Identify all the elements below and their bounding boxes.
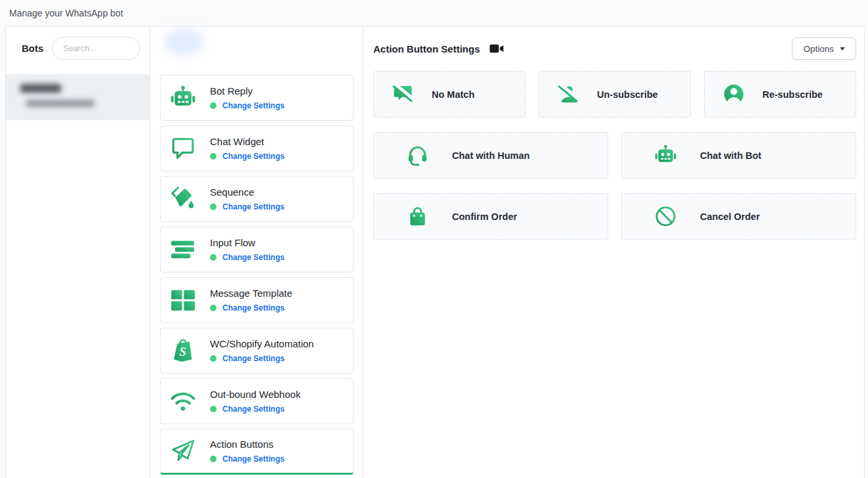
feature-card-chat-widget[interactable]: Chat Widget Change Settings [160, 125, 354, 171]
action-card-cancel-order[interactable]: Cancel Order [621, 193, 856, 240]
feature-card-action-buttons[interactable]: Action Buttons Change Settings [160, 429, 354, 475]
shopify-icon: S [170, 337, 196, 364]
bots-sidebar-header: Bots [6, 27, 150, 74]
feature-card-body: WC/Shopify Automation Change Settings [210, 339, 314, 363]
action-label: Cancel Order [700, 211, 760, 222]
change-settings-link[interactable]: Change Settings [222, 202, 285, 211]
action-row-1: No Match Un-subscribe [373, 71, 856, 118]
status-dot [210, 406, 217, 412]
user-circle-icon [723, 83, 745, 105]
action-card-re-subscribe[interactable]: Re-subscribe [704, 71, 856, 118]
status-dot [210, 456, 217, 462]
options-button-label: Options [803, 44, 834, 54]
headset-icon [407, 144, 428, 166]
main-wrapper: Bots Bot Reply [5, 26, 865, 478]
feature-title: Out-bound Webhook [210, 389, 300, 399]
wifi-icon [170, 388, 196, 414]
feature-title: Chat Widget [210, 137, 285, 146]
action-label: Re-subscribe [762, 89, 823, 100]
feature-card-input-flow[interactable]: Input Flow Change Settings [160, 227, 354, 272]
panel-title: Action Button Settings [373, 43, 480, 54]
action-card-chat-with-human[interactable]: Chat with Human [373, 132, 608, 179]
grid-icon [170, 287, 196, 313]
action-label: Chat with Human [452, 150, 529, 161]
bots-heading: Bots [22, 43, 43, 54]
action-button-settings-panel: Action Button Settings Options [363, 27, 866, 478]
feature-card-bot-reply[interactable]: Bot Reply Change Settings [160, 75, 354, 121]
robot-icon [655, 144, 676, 166]
feature-title: Bot Reply [210, 86, 285, 96]
change-settings-link[interactable]: Change Settings [222, 253, 285, 262]
bars-icon [170, 236, 196, 263]
feature-title: WC/Shopify Automation [210, 339, 314, 349]
shopping-bag-icon [407, 206, 428, 227]
change-settings-link[interactable]: Change Settings [222, 354, 285, 363]
change-settings-link[interactable]: Change Settings [222, 404, 285, 414]
status-dot [210, 204, 217, 210]
status-dot [210, 102, 217, 109]
bots-sidebar: Bots [6, 27, 150, 478]
feature-title: Input Flow [210, 238, 285, 248]
action-card-un-subscribe[interactable]: Un-subscribe [539, 71, 691, 118]
action-label: Confirm Order [452, 211, 517, 222]
user-slash-icon [558, 83, 579, 105]
feature-card-outbound-webhook[interactable]: Out-bound Webhook Change Settings [160, 378, 354, 424]
status-dot [210, 305, 217, 311]
action-label: Chat with Bot [700, 150, 761, 161]
bot-phone-redacted [26, 100, 94, 107]
bot-list-item-selected[interactable] [6, 74, 150, 120]
bot-name-redacted [20, 84, 61, 93]
feature-card-body: Bot Reply Change Settings [210, 86, 285, 110]
action-row-3: Confirm Order Cancel Order [373, 193, 856, 240]
paper-plane-icon [170, 438, 196, 464]
fill-drip-icon [170, 186, 196, 212]
feature-card-body: Input Flow Change Settings [210, 238, 285, 262]
feature-card-body: Chat Widget Change Settings [210, 137, 285, 161]
svg-text:S: S [179, 345, 186, 358]
change-settings-link[interactable]: Change Settings [222, 454, 285, 464]
action-card-confirm-order[interactable]: Confirm Order [373, 193, 608, 240]
feature-title: Sequence [210, 187, 285, 197]
feature-card-body: Action Buttons Change Settings [210, 439, 285, 464]
status-dot [210, 153, 217, 160]
video-camera-icon[interactable] [489, 43, 504, 54]
action-card-no-match[interactable]: No Match [373, 71, 526, 118]
comment-slash-icon [392, 83, 414, 105]
feature-card-body: Sequence Change Settings [210, 187, 285, 211]
feature-title: Message Template [210, 288, 293, 298]
page-title: Manage your WhatsApp bot [9, 8, 123, 18]
chat-bubble-icon [170, 135, 196, 162]
redacted-blob [165, 29, 203, 55]
options-button[interactable]: Options [792, 37, 856, 60]
change-settings-link[interactable]: Change Settings [222, 152, 285, 161]
feature-card-message-template[interactable]: Message Template Change Settings [160, 277, 354, 323]
status-dot [210, 254, 217, 261]
feature-title: Action Buttons [210, 439, 285, 449]
feature-card-body: Out-bound Webhook Change Settings [210, 389, 300, 414]
status-dot [210, 355, 217, 362]
feature-card-shopify-automation[interactable]: S WC/Shopify Automation Change Settings [160, 328, 354, 374]
bots-search-input[interactable] [52, 37, 140, 60]
change-settings-link[interactable]: Change Settings [222, 101, 285, 110]
feature-card-body: Message Template Change Settings [210, 288, 293, 313]
robot-icon [170, 85, 196, 111]
topbar: Manage your WhatsApp bot [0, 0, 868, 26]
feature-card-sequence[interactable]: Sequence Change Settings [160, 176, 354, 222]
caret-down-icon [840, 47, 845, 51]
action-label: Un-subscribe [597, 89, 658, 100]
ban-icon [655, 206, 676, 227]
change-settings-link[interactable]: Change Settings [222, 303, 285, 313]
action-row-2: Chat with Human Chat with Bot [373, 132, 856, 179]
action-label: No Match [432, 89, 474, 100]
action-card-chat-with-bot[interactable]: Chat with Bot [621, 132, 856, 179]
features-column: Bot Reply Change Settings Chat Widget Ch… [150, 27, 363, 478]
panel-header: Action Button Settings Options [373, 37, 856, 60]
